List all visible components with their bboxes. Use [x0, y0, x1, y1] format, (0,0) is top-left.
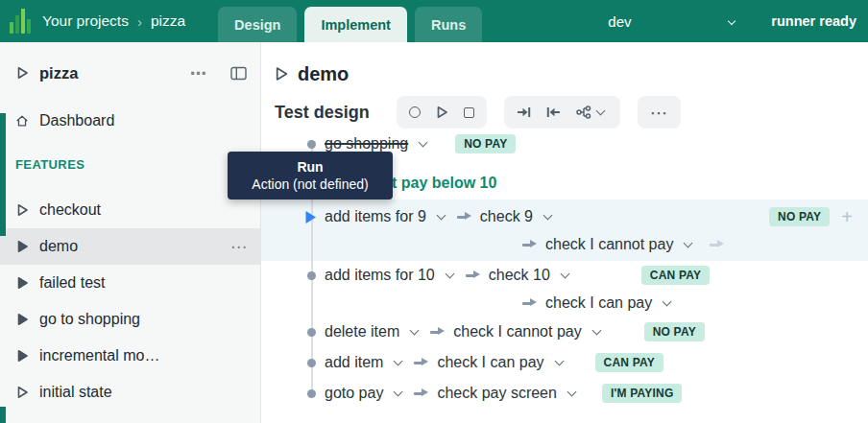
chevron-down-icon — [728, 17, 735, 25]
branch-options-button[interactable] — [576, 106, 608, 119]
app-logo-icon[interactable] — [10, 9, 31, 34]
check-name-check-10[interactable]: check 10 — [489, 267, 550, 284]
chevron-down-icon[interactable] — [419, 138, 428, 148]
sidebar-scroll-indicator — [0, 407, 6, 423]
step-marker — [303, 359, 325, 367]
arrow-right-icon — [521, 298, 537, 308]
state-badge-im-paying[interactable]: I'M PAYING — [602, 384, 683, 403]
logo-bar — [27, 19, 31, 34]
sidebar-item-dashboard[interactable]: Dashboard — [0, 102, 260, 140]
scenario-header-partial[interactable]: t pay below 10 — [392, 175, 496, 192]
step-action-add-item[interactable]: add item — [325, 354, 383, 371]
play-icon[interactable] — [436, 106, 448, 119]
step-marker — [303, 389, 325, 398]
state-badge-no-pay[interactable]: NO PAY — [769, 207, 830, 226]
stop-icon[interactable] — [464, 107, 474, 118]
play-filled-icon — [15, 349, 29, 363]
features-list: checkout demo failed test go to shopping — [0, 192, 260, 411]
more-actions-button[interactable] — [638, 96, 681, 129]
step-action-goto-pay[interactable]: goto pay — [325, 385, 383, 402]
record-icon[interactable] — [409, 106, 421, 118]
logo-bar — [15, 15, 19, 34]
sidebar: pizza Dashboard FEATURES checkout — [0, 42, 261, 423]
step-action-delete-item[interactable]: delete item — [325, 323, 399, 341]
run-feature-icon[interactable] — [275, 66, 288, 82]
add-step-button[interactable]: + — [841, 206, 853, 228]
logo-bar — [10, 22, 13, 34]
check-name-check-i-can-pay[interactable]: check I can pay — [545, 294, 652, 312]
dashboard-label: Dashboard — [39, 112, 114, 129]
step-action-add-items-10[interactable]: add items for 10 — [325, 267, 435, 284]
project-menu-button[interactable] — [190, 65, 206, 82]
step-marker — [303, 271, 325, 280]
chevron-down-icon[interactable] — [567, 388, 576, 397]
skip-to-end-icon[interactable] — [517, 106, 531, 118]
chevron-down-icon[interactable] — [663, 297, 672, 307]
check-name-check-i-cannot-pay[interactable]: check I cannot pay — [545, 236, 673, 253]
state-badge-no-pay[interactable]: NO PAY — [644, 322, 705, 341]
chevron-down-icon[interactable] — [554, 357, 564, 366]
chevron-down-icon[interactable] — [436, 211, 446, 221]
check-name-check-9[interactable]: check 9 — [480, 208, 533, 225]
state-badge-can-pay[interactable]: CAN PAY — [641, 266, 710, 285]
step-action-add-items-9[interactable]: add items for 9 — [325, 208, 426, 225]
chevron-down-icon[interactable] — [543, 211, 553, 221]
step-row-delete-item: delete item check I cannot pay NO PAY — [261, 317, 868, 347]
sidebar-item-failed-test[interactable]: failed test — [0, 265, 260, 301]
state-badge-can-pay[interactable]: CAN PAY — [595, 353, 663, 372]
chevron-down-icon[interactable] — [394, 388, 403, 397]
step-row-add-items-9: add items for 9 check 9 NO PAY + — [261, 202, 868, 231]
sidebar-item-checkout[interactable]: checkout — [0, 192, 260, 228]
feature-menu-button[interactable] — [230, 239, 247, 255]
play-outline-icon — [15, 66, 29, 80]
step-dot-icon — [307, 140, 316, 149]
main-tabs: Design Implement Runs — [218, 7, 482, 42]
hovered-step-group: add items for 9 check 9 NO PAY + check I… — [261, 200, 868, 261]
sidebar-item-go-to-shopping[interactable]: go to shopping — [0, 301, 260, 338]
step-action-go-shopping[interactable]: go shopping — [325, 135, 408, 153]
collapse-sidebar-icon[interactable] — [230, 66, 247, 81]
chevron-down-icon[interactable] — [591, 326, 601, 336]
chevron-down-icon[interactable] — [394, 357, 403, 366]
breadcrumb-current-project[interactable]: pizza — [151, 12, 185, 30]
feature-label: failed test — [39, 274, 105, 292]
feature-label: incremental mo… — [39, 347, 159, 364]
check-name-check-i-can-pay[interactable]: check I can pay — [437, 354, 543, 371]
features-section-label: FEATURES — [15, 157, 260, 175]
tab-implement[interactable]: Implement — [304, 7, 407, 42]
step-dot-icon — [307, 359, 316, 367]
tab-runs[interactable]: Runs — [415, 7, 482, 42]
sidebar-item-initial-state[interactable]: initial state — [0, 374, 260, 411]
check-name-check-pay-screen[interactable]: check pay screen — [437, 385, 557, 402]
sidebar-project-row[interactable]: pizza — [0, 56, 260, 90]
chevron-down-icon[interactable] — [410, 326, 420, 336]
feature-header: demo — [261, 42, 868, 92]
chevron-down-icon[interactable] — [560, 270, 569, 279]
run-step-button[interactable] — [304, 210, 317, 224]
feature-label: checkout — [39, 201, 101, 219]
play-filled-icon — [15, 313, 29, 326]
step-marker — [303, 210, 325, 224]
breadcrumb-projects-link[interactable]: Your projects — [42, 12, 129, 30]
state-badge-no-pay[interactable]: NO PAY — [455, 134, 516, 153]
step-row-goto-pay: goto pay check pay screen I'M PAYING — [261, 378, 868, 409]
play-outline-icon — [15, 203, 29, 217]
tooltip-subtitle: Action (not defined) — [252, 176, 368, 192]
test-design-toolbar: Test design — [261, 92, 868, 132]
chevron-down-icon[interactable] — [445, 270, 454, 279]
play-outline-icon — [15, 386, 29, 399]
play-filled-icon — [15, 240, 29, 253]
step-group-add-items-10: add items for 10 check 10 CAN PAY check … — [261, 261, 868, 317]
sidebar-item-demo[interactable]: demo — [0, 228, 260, 265]
arrow-right-light-icon — [709, 240, 724, 249]
skip-to-start-icon[interactable] — [546, 106, 561, 118]
branch-selector[interactable]: dev — [608, 13, 735, 30]
chevron-down-icon[interactable] — [684, 239, 693, 248]
main-panel: demo Test design — [261, 42, 868, 423]
sidebar-scroll-indicator — [0, 113, 6, 236]
tab-design[interactable]: Design — [218, 7, 297, 42]
check-name-check-i-cannot-pay[interactable]: check I cannot pay — [453, 323, 581, 341]
sidebar-item-incremental[interactable]: incremental mo… — [0, 338, 260, 374]
arrow-right-icon — [456, 212, 471, 222]
arrow-right-icon — [429, 327, 445, 337]
